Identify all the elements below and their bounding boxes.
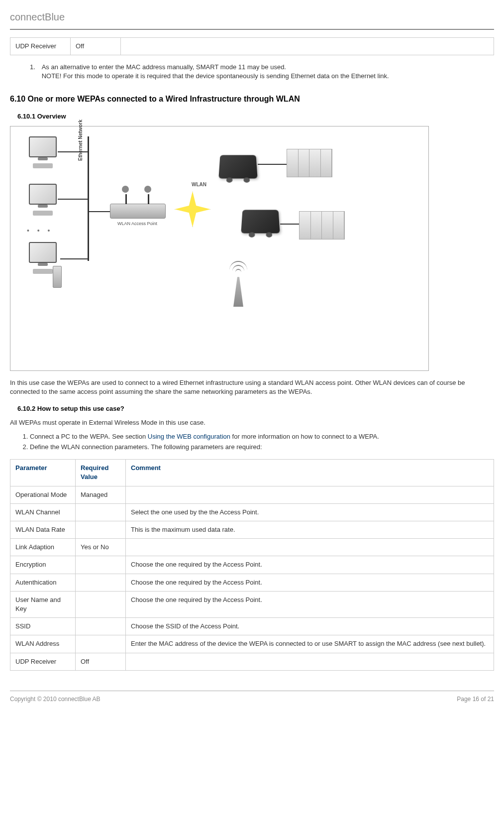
cell-comment: Choose the one required by the Access Po…	[126, 591, 494, 617]
parameter-table: Parameter Required Value Comment Operati…	[10, 459, 494, 670]
cell-value	[76, 556, 126, 574]
table-row: Operational ModeManaged	[10, 486, 494, 503]
cell-comment	[126, 486, 494, 503]
note-text: As an alternative to enter the MAC addre…	[42, 63, 490, 81]
cell-comment	[126, 539, 494, 556]
brand-header: connectBlue	[10, 10, 494, 24]
plc-module-icon	[299, 211, 345, 240]
cell-param: UDP Receiver	[10, 653, 76, 670]
cell-comment	[121, 38, 494, 55]
cell-param: Operational Mode	[10, 486, 76, 503]
ethernet-network-label: Ethernet Network	[77, 120, 84, 161]
ethernet-cable-line	[88, 136, 89, 261]
cell-comment: Choose the SSID of the Access Point.	[126, 618, 494, 635]
table-row: SSIDChoose the SSID of the Access Point.	[10, 618, 494, 635]
cell-value	[76, 521, 126, 539]
cell-comment: This is the maximum used data rate.	[126, 521, 494, 539]
cell-value: Yes or No	[76, 539, 126, 556]
cell-comment: Choose the one required by the Access Po…	[126, 556, 494, 574]
cell-param: UDP Receiver	[10, 38, 71, 55]
wlan-burst-icon	[175, 191, 209, 226]
cell-value: Off	[71, 38, 121, 55]
computer-icon	[23, 136, 63, 168]
table-header-row: Parameter Required Value Comment	[10, 460, 494, 486]
copyright-text: Copyright © 2010 connectBlue AB	[10, 695, 101, 704]
table-row: WLAN AddressEnter the MAC address of the…	[10, 635, 494, 653]
cell-value	[76, 591, 126, 617]
cell-value: Managed	[76, 486, 126, 503]
overview-paragraph: In this use case the WEPAs are used to c…	[10, 378, 494, 396]
network-diagram: • • • Ethernet Network WLAN Access Point…	[10, 126, 429, 371]
dots-icon: • • •	[27, 226, 53, 236]
col-comment: Comment	[126, 460, 494, 486]
cell-param: Encryption	[10, 556, 76, 574]
connector-line	[58, 199, 88, 200]
page-footer: Copyright © 2010 connectBlue AB Page 16 …	[10, 691, 494, 704]
section-heading-6-10: 6.10 One or more WEPAs connected to a Wi…	[10, 94, 494, 105]
plc-module-icon	[287, 149, 332, 177]
cell-param: Autenthication	[10, 574, 76, 591]
cell-param: WLAN Data Rate	[10, 521, 76, 539]
note-number: 1.	[30, 63, 40, 72]
table-row: WLAN ChannelSelect the one used by the t…	[10, 503, 494, 521]
antenna-icon	[228, 261, 248, 307]
connector-line	[280, 224, 299, 225]
cell-param: User Name and Key	[10, 591, 76, 617]
cell-value	[76, 574, 126, 591]
table-row: AutenthicationChoose the one required by…	[10, 574, 494, 591]
wlan-label: WLAN	[192, 181, 206, 188]
connector-line	[88, 211, 110, 212]
cell-value	[76, 503, 126, 521]
howto-heading: 6.10.2 How to setup this use case?	[17, 404, 494, 413]
page-number: Page 16 of 21	[457, 695, 494, 704]
note-block: 1. As an alternative to enter the MAC ad…	[30, 63, 494, 81]
wepa-device-icon	[218, 155, 257, 179]
overview-heading: 6.10.1 Overview	[17, 112, 494, 121]
cell-comment: Enter the MAC address of the device the …	[126, 635, 494, 653]
connector-line	[58, 151, 88, 152]
table-row: UDP Receiver Off	[10, 38, 494, 55]
table-row: WLAN Data RateThis is the maximum used d…	[10, 521, 494, 539]
header-divider	[10, 29, 494, 30]
col-parameter: Parameter	[10, 460, 76, 486]
web-config-link[interactable]: Using the WEB configuration	[148, 433, 230, 440]
cell-value	[76, 635, 126, 653]
table-row: UDP ReceiverOff	[10, 653, 494, 670]
ap-label: WLAN Access Point	[110, 221, 165, 227]
cell-param: WLAN Channel	[10, 503, 76, 521]
table-row: EncryptionChoose the one required by the…	[10, 556, 494, 574]
howto-intro: All WEPAs must operate in External Wirel…	[10, 418, 494, 427]
computer-icon	[23, 184, 63, 216]
list-item: Define the WLAN connection parameters. T…	[30, 443, 494, 452]
cell-comment: Choose the one required by the Access Po…	[126, 574, 494, 591]
cell-param: WLAN Address	[10, 635, 76, 653]
cell-comment	[126, 653, 494, 670]
connector-line	[60, 258, 88, 259]
cell-comment: Select the one used by the the Access Po…	[126, 503, 494, 521]
list-item: Connect a PC to the WEPA. See section Us…	[30, 432, 494, 441]
computer-with-tower-icon	[23, 242, 63, 274]
col-required-value: Required Value	[76, 460, 126, 486]
setup-steps-list: Connect a PC to the WEPA. See section Us…	[30, 432, 494, 452]
cell-param: Link Adaption	[10, 539, 76, 556]
top-small-table: UDP Receiver Off	[10, 37, 494, 55]
wlan-access-point-icon: WLAN Access Point	[110, 204, 165, 227]
cell-value	[76, 618, 126, 635]
cell-value: Off	[76, 653, 126, 670]
table-row: User Name and KeyChoose the one required…	[10, 591, 494, 617]
wepa-device-icon	[241, 210, 280, 234]
cell-param: SSID	[10, 618, 76, 635]
table-row: Link AdaptionYes or No	[10, 539, 494, 556]
connector-line	[258, 164, 287, 165]
